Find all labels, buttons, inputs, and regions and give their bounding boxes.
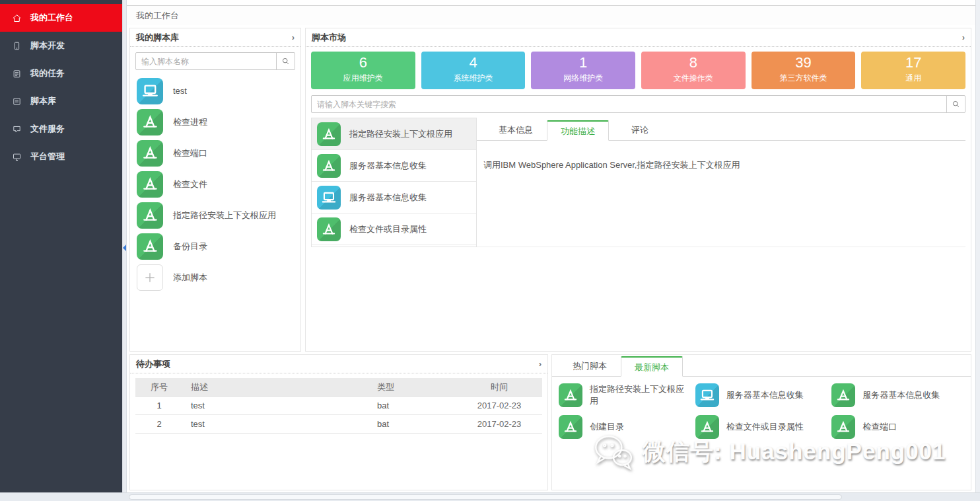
cell-time: 2017-02-23 [456, 415, 542, 433]
script-market-title: 脚本市场 [312, 32, 346, 44]
cell-desc: test [183, 397, 377, 414]
table-row[interactable]: 1 test bat 2017-02-23 [135, 397, 542, 415]
list-item[interactable]: 指定路径安装上下文根应用 [130, 200, 300, 231]
laptop-icon [317, 186, 341, 210]
market-script-item[interactable]: 服务器基本信息收集 [312, 150, 476, 182]
sidebar-item-workbench[interactable]: 我的工作台 [0, 4, 122, 32]
latest-item[interactable]: 创建目录 [559, 415, 691, 439]
category-count: 4 [421, 54, 526, 71]
app-store-icon [559, 415, 582, 439]
script-detail: 基本信息 功能描述 评论 调用IBM WebSphere Application… [477, 118, 965, 247]
market-keyword-input[interactable] [312, 96, 946, 112]
script-name: 指定路径安装上下文根应用 [349, 128, 452, 140]
category-label: 应用维护类 [311, 73, 415, 84]
app-store-icon [695, 415, 719, 439]
laptop-icon [137, 78, 163, 104]
cell-seq: 2 [135, 415, 183, 433]
app-store-icon [137, 171, 163, 198]
script-name: 备份目录 [173, 241, 207, 252]
sidebar-item-script-dev[interactable]: 脚本开发 [0, 32, 122, 59]
cell-time: 2017-02-23 [456, 397, 542, 414]
app-store-icon [137, 233, 163, 260]
market-main: 指定路径安装上下文根应用 服务器基本信息收集 服务器基本信息收集 检查文件或目录… [311, 118, 965, 247]
latest-item[interactable]: 检查端口 [831, 415, 964, 439]
sidebar-item-label: 脚本库 [30, 95, 56, 107]
my-scripts-title: 我的脚本库 [136, 32, 179, 44]
scrollbar-thumb[interactable] [129, 494, 842, 500]
market-script-item[interactable]: 检查文件或目录属性 [312, 213, 476, 245]
chevron-right-icon[interactable]: › [962, 32, 965, 42]
category-cards: 6 应用维护类 4 系统维护类 1 网络维护类 8 文件操作类 39 第三方 [306, 47, 971, 89]
app-store-icon [559, 383, 582, 407]
tab-comments[interactable]: 评论 [609, 120, 671, 140]
tab-function-desc[interactable]: 功能描述 [547, 120, 609, 141]
latest-item[interactable]: 检查文件或目录属性 [695, 415, 828, 439]
latest-tabs: 热门脚本 最新脚本 [552, 356, 971, 377]
tab-basic-info[interactable]: 基本信息 [485, 120, 547, 140]
sidebar-item-label: 平台管理 [30, 151, 65, 163]
category-card-thirdparty[interactable]: 39 第三方软件类 [752, 52, 856, 89]
sidebar-item-my-tasks[interactable]: 我的任务 [0, 59, 122, 87]
my-scripts-list: test 检查进程 检查端口 检查文件 指定路径安装上下文根应用 [130, 75, 300, 293]
script-name: 服务器基本信息收集 [726, 389, 804, 401]
add-script-button[interactable]: 添加脚本 [130, 262, 300, 293]
tab-hot-scripts[interactable]: 热门脚本 [559, 356, 621, 376]
search-icon[interactable] [946, 96, 965, 112]
latest-item[interactable]: 服务器基本信息收集 [695, 383, 828, 407]
script-name: 检查端口 [173, 147, 207, 159]
latest-item[interactable]: 指定路径安装上下文根应用 [559, 383, 691, 407]
my-scripts-panel: 我的脚本库 › test 检查进程 检查端口 [129, 28, 301, 352]
list-item[interactable]: test [130, 75, 300, 106]
sidebar-item-script-library[interactable]: 脚本库 [0, 87, 122, 115]
tab-latest-scripts[interactable]: 最新脚本 [621, 356, 683, 377]
my-scripts-header: 我的脚本库 › [130, 28, 300, 47]
latest-scripts-panel: 热门脚本 最新脚本 指定路径安装上下文根应用 服务器基本信息收集 服务器基本信息… [551, 354, 971, 490]
todo-title: 待办事项 [136, 358, 170, 370]
list-item[interactable]: 备份目录 [130, 231, 300, 262]
sidebar-item-platform-mgmt[interactable]: 平台管理 [0, 143, 122, 171]
app-store-icon [317, 122, 341, 146]
category-label: 系统维护类 [421, 73, 526, 84]
horizontal-scrollbar[interactable] [0, 492, 980, 501]
todo-table: 序号 描述 类型 时间 1 test bat 2017-02-23 2 test… [135, 378, 542, 434]
sidebar-item-label: 脚本开发 [30, 40, 65, 52]
category-count: 8 [641, 54, 746, 71]
main-area: 我的工作台 我的脚本库 › test 检查进程 [127, 0, 975, 492]
table-header-row: 序号 描述 类型 时间 [135, 378, 542, 397]
sidebar: 我的工作台 脚本开发 我的任务 脚本库 文件服务 平台管理 [0, 0, 122, 492]
script-name-input[interactable] [136, 53, 276, 69]
latest-grid: 指定路径安装上下文根应用 服务器基本信息收集 服务器基本信息收集 创建目录 检查… [552, 377, 971, 445]
category-card-system-maintenance[interactable]: 4 系统维护类 [421, 52, 526, 89]
sidebar-splitter[interactable] [122, 0, 127, 492]
file-service-icon [11, 124, 22, 134]
vertical-scrollbar[interactable] [975, 0, 980, 492]
table-row[interactable]: 2 test bat 2017-02-23 [135, 415, 542, 434]
plus-icon [137, 264, 163, 291]
script-name: 检查文件或目录属性 [726, 421, 804, 433]
latest-item[interactable]: 服务器基本信息收集 [831, 383, 964, 407]
category-card-network-maintenance[interactable]: 1 网络维护类 [531, 52, 635, 89]
cell-type: bat [377, 397, 456, 414]
sidebar-item-file-service[interactable]: 文件服务 [0, 115, 122, 143]
chevron-right-icon[interactable]: › [292, 32, 295, 42]
category-count: 17 [861, 54, 965, 71]
sidebar-item-label: 我的工作台 [30, 12, 73, 24]
category-label: 通用 [861, 73, 965, 84]
sidebar-nav: 我的工作台 脚本开发 我的任务 脚本库 文件服务 平台管理 [0, 0, 122, 171]
collapse-sidebar-icon[interactable] [123, 245, 126, 251]
market-script-item[interactable]: 指定路径安装上下文根应用 [312, 118, 476, 150]
list-item[interactable]: 检查进程 [130, 106, 300, 137]
category-card-file-operations[interactable]: 8 文件操作类 [641, 52, 746, 89]
market-script-item[interactable]: 服务器基本信息收集 [312, 182, 476, 213]
category-card-app-maintenance[interactable]: 6 应用维护类 [311, 52, 415, 89]
script-name: 检查端口 [862, 421, 897, 433]
page-tab-bar: 我的工作台 [127, 5, 975, 25]
list-item[interactable]: 检查文件 [130, 169, 300, 200]
chevron-right-icon[interactable]: › [539, 359, 542, 369]
category-count: 6 [311, 54, 415, 71]
app-store-icon [831, 415, 855, 439]
search-icon[interactable] [276, 53, 295, 69]
script-market-panel: 脚本市场 › 6 应用维护类 4 系统维护类 1 网络维护类 8 文 [305, 28, 971, 352]
list-item[interactable]: 检查端口 [130, 137, 300, 169]
category-card-general[interactable]: 17 通用 [861, 52, 965, 89]
